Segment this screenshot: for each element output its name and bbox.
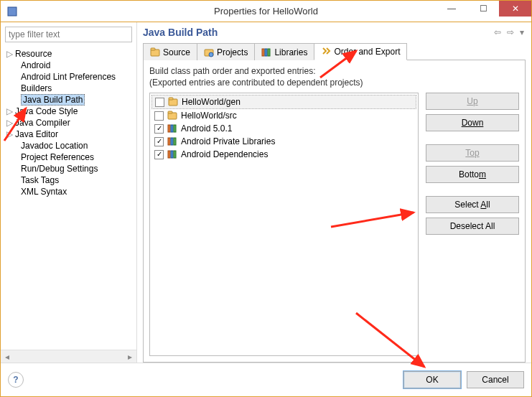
- tree-item[interactable]: ▷Java Code Style: [1, 106, 136, 117]
- page-title: Java Build Path: [143, 27, 493, 38]
- tree-item[interactable]: Task Tags: [1, 174, 136, 186]
- source-icon: [167, 111, 177, 121]
- tree-item-label: Task Tags: [21, 175, 59, 185]
- checkbox[interactable]: ✓: [154, 124, 164, 134]
- checkbox[interactable]: ✓: [154, 137, 164, 146]
- classpath-list[interactable]: HelloWorld/genHelloWorld/src✓Android 5.0…: [149, 93, 419, 356]
- scroll-right-icon[interactable]: ▸: [123, 350, 136, 363]
- category-tree[interactable]: ▷ResourceAndroidAndroid Lint Preferences…: [1, 47, 136, 350]
- cancel-button[interactable]: Cancel: [467, 371, 524, 388]
- list-item-label: Android Dependencies: [181, 149, 268, 159]
- minimize-button[interactable]: —: [436, 1, 467, 17]
- expand-icon[interactable]: ▷: [6, 106, 15, 116]
- tree-item[interactable]: XML Syntax: [1, 186, 136, 197]
- list-item[interactable]: ✓Android 5.0.1: [151, 122, 416, 135]
- horizontal-scrollbar[interactable]: ◂ ▸: [1, 350, 136, 363]
- up-button[interactable]: Up: [426, 93, 519, 110]
- checkbox[interactable]: [154, 111, 164, 121]
- window-controls: — ☐ ✕: [436, 1, 531, 17]
- top-button[interactable]: Top: [426, 144, 519, 162]
- tree-item[interactable]: Project References: [1, 151, 136, 163]
- tree-item[interactable]: Builders: [1, 83, 136, 94]
- footer: ? OK Cancel: [1, 363, 531, 396]
- select-all-button[interactable]: Select All: [426, 196, 519, 213]
- nav-history: ⇦ ⇨ ▾: [493, 27, 526, 37]
- right-pane: Java Build Path ⇦ ⇨ ▾ SourceProjectsLibr…: [137, 22, 531, 363]
- scroll-left-icon[interactable]: ◂: [1, 350, 14, 363]
- tree-item[interactable]: ▷Java Compiler: [1, 117, 136, 129]
- project-icon: [204, 47, 214, 57]
- list-item[interactable]: HelloWorld/gen: [151, 95, 416, 109]
- tab-library[interactable]: Libraries: [254, 43, 314, 60]
- expand-icon[interactable]: ▷: [6, 118, 15, 128]
- tab-source[interactable]: Source: [143, 43, 197, 60]
- tree-item[interactable]: ▷Resource: [1, 48, 136, 60]
- list-item-label: HelloWorld/src: [181, 111, 237, 121]
- tree-item-label: Java Compiler: [15, 118, 70, 128]
- tree-item[interactable]: Java Build Path: [1, 94, 136, 106]
- list-item[interactable]: ✓Android Private Libraries: [151, 135, 416, 148]
- list-item-label: Android 5.0.1: [181, 123, 232, 134]
- tree-item[interactable]: Android: [1, 60, 136, 71]
- help-icon[interactable]: ?: [8, 372, 24, 388]
- tree-item-label: Java Code Style: [15, 106, 78, 116]
- list-item-label: Android Private Libraries: [181, 136, 275, 146]
- forward-icon[interactable]: ⇨: [505, 27, 515, 37]
- expand-icon[interactable]: ▷: [6, 129, 15, 139]
- list-item-label: HelloWorld/gen: [182, 97, 241, 107]
- ok-button[interactable]: OK: [403, 371, 461, 388]
- expand-icon[interactable]: ▷: [6, 49, 15, 59]
- tree-item-label: Resource: [15, 49, 52, 59]
- tree-item-label: Run/Debug Settings: [21, 164, 98, 174]
- tree-item[interactable]: ▷Java Editor: [1, 129, 136, 140]
- tree-item-label: Java Editor: [15, 129, 58, 139]
- left-pane: ▷ResourceAndroidAndroid Lint Preferences…: [1, 22, 137, 363]
- checkbox[interactable]: ✓: [154, 150, 164, 159]
- tree-item-label: Android Lint Preferences: [21, 72, 116, 82]
- list-item[interactable]: HelloWorld/src: [151, 109, 416, 122]
- tree-item-label: Builders: [21, 83, 52, 93]
- maximize-button[interactable]: ☐: [467, 1, 499, 17]
- deselect-all-button[interactable]: Deselect All: [426, 218, 519, 235]
- tree-item-label: Java Build Path: [21, 94, 85, 106]
- close-button[interactable]: ✕: [499, 1, 531, 17]
- description: Build class path order and exported entr…: [149, 66, 519, 88]
- checkbox[interactable]: [155, 98, 164, 107]
- tree-item-label: Project References: [21, 152, 94, 162]
- tab-label: Source: [163, 47, 190, 57]
- down-button[interactable]: Down: [426, 114, 519, 131]
- title-bar: Properties for HelloWorld — ☐ ✕: [1, 1, 531, 22]
- tab-strip: SourceProjectsLibrariesOrder and Export: [143, 42, 526, 60]
- library-icon: [167, 149, 177, 159]
- button-column: Up Down Top Bottom Select All Deselect A…: [426, 93, 519, 356]
- tab-project[interactable]: Projects: [197, 43, 255, 60]
- tab-body: Build class path order and exported entr…: [143, 60, 526, 363]
- scroll-track[interactable]: [14, 350, 123, 363]
- list-item[interactable]: ✓Android Dependencies: [151, 148, 416, 161]
- bottom-button[interactable]: Bottom: [426, 166, 519, 183]
- back-icon[interactable]: ⇦: [493, 27, 503, 37]
- source-icon: [150, 47, 160, 57]
- filter-input[interactable]: [5, 27, 132, 42]
- library-icon: [167, 123, 177, 134]
- library-icon: [167, 136, 177, 146]
- library-icon: [261, 47, 271, 57]
- description-line1: Build class path order and exported entr…: [149, 66, 519, 78]
- tab-label: Order and Export: [334, 47, 400, 57]
- menu-dropdown-icon[interactable]: ▾: [518, 27, 526, 37]
- tree-item-label: Android: [21, 60, 50, 70]
- tree-item[interactable]: Android Lint Preferences: [1, 71, 136, 83]
- order-icon: [321, 47, 331, 57]
- tree-item-label: XML Syntax: [21, 187, 67, 197]
- tree-item-label: Javadoc Location: [21, 141, 88, 151]
- tab-label: Projects: [217, 47, 248, 57]
- tree-item[interactable]: Run/Debug Settings: [1, 163, 136, 174]
- tab-label: Libraries: [274, 47, 307, 57]
- description-line2: (Exported entries are contributed to dep…: [149, 78, 519, 89]
- source-icon: [168, 97, 178, 107]
- tab-order[interactable]: Order and Export: [314, 43, 407, 60]
- tree-item[interactable]: Javadoc Location: [1, 140, 136, 151]
